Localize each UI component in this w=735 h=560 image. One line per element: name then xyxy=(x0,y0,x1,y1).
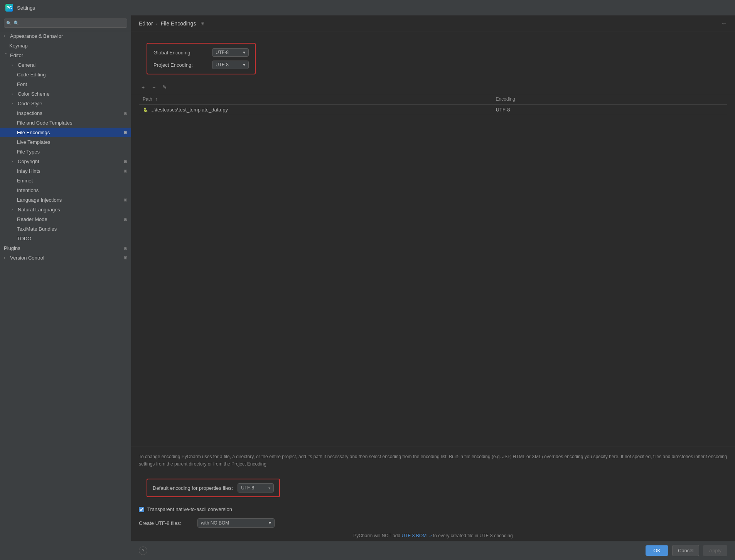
sidebar-item-label: Editor xyxy=(10,52,127,58)
sidebar-item-file-types[interactable]: File Types xyxy=(0,147,131,157)
breadcrumb-separator: › xyxy=(156,21,158,26)
sidebar-item-label: TextMate Bundles xyxy=(17,226,127,232)
sidebar-item-font[interactable]: Font xyxy=(0,79,131,89)
sidebar-item-inlay-hints[interactable]: Inlay Hints ⊞ xyxy=(0,166,131,176)
chevron-icon: › xyxy=(12,207,16,212)
breadcrumb-parent: Editor xyxy=(139,20,153,27)
sidebar-item-live-templates[interactable]: Live Templates xyxy=(0,137,131,147)
sidebar-item-label: Language Injections xyxy=(17,197,124,203)
bom-link[interactable]: UTF-8 BOM ↗ xyxy=(402,533,432,538)
sidebar-item-plugins[interactable]: Plugins ⊞ xyxy=(0,243,131,253)
main-container: 🔍 › Appearance & Behavior Keymap › Edito… xyxy=(0,15,735,560)
sidebar-item-label: Reader Mode xyxy=(17,216,124,222)
settings-icon: ⊞ xyxy=(124,217,127,222)
sidebar-item-keymap[interactable]: Keymap xyxy=(0,41,131,51)
ok-button[interactable]: OK xyxy=(646,545,668,556)
sidebar-item-reader-mode[interactable]: Reader Mode ⊞ xyxy=(0,214,131,224)
sidebar-item-emmet[interactable]: Emmet xyxy=(0,176,131,186)
transparent-native-checkbox[interactable] xyxy=(139,507,144,512)
settings-icon: ⊞ xyxy=(124,255,127,260)
global-encoding-label: Global Encoding: xyxy=(153,50,207,56)
add-button[interactable]: + xyxy=(139,83,147,91)
sidebar-item-natural-languages[interactable]: › Natural Languages xyxy=(0,205,131,214)
edit-button[interactable]: ✎ xyxy=(160,83,169,91)
project-encoding-select[interactable]: UTF-8 UTF-16 ISO-8859-1 ▾ xyxy=(212,61,249,69)
sidebar-item-color-scheme[interactable]: › Color Scheme xyxy=(0,89,131,99)
global-encoding-select[interactable]: UTF-8 UTF-16 ISO-8859-1 ▾ xyxy=(212,48,249,57)
sidebar-item-copyright[interactable]: › Copyright ⊞ xyxy=(0,157,131,166)
transparent-native-row: Transparent native-to-ascii conversion xyxy=(131,503,735,515)
sidebar-item-label: Color Scheme xyxy=(18,91,127,97)
sidebar-item-appearance[interactable]: › Appearance & Behavior xyxy=(0,31,131,41)
sidebar-item-todo[interactable]: TODO xyxy=(0,234,131,243)
back-button[interactable]: ← xyxy=(721,20,727,27)
select-arrow-icon: ▾ xyxy=(269,520,271,526)
chevron-icon: › xyxy=(12,63,16,67)
settings-icon: ⊞ xyxy=(124,111,127,116)
sidebar-item-code-style[interactable]: › Code Style xyxy=(0,99,131,108)
breadcrumb-icon: ⊞ xyxy=(201,21,204,26)
settings-icon: ⊞ xyxy=(124,197,127,202)
sidebar-item-label: Appearance & Behavior xyxy=(10,33,127,39)
path-column-header[interactable]: Path ↑ xyxy=(139,94,492,105)
description-text: To change encoding PyCharm uses for a fi… xyxy=(131,447,735,472)
sidebar-item-label: Code Style xyxy=(18,101,127,106)
sidebar-item-label: Plugins xyxy=(4,245,124,251)
sidebar-item-inspections[interactable]: Inspections ⊞ xyxy=(0,108,131,118)
bottom-bar: ? OK Cancel Apply xyxy=(131,541,735,560)
title-bar: PC Settings xyxy=(0,0,735,15)
sidebar-item-label: File Encodings xyxy=(17,130,124,135)
file-toolbar: + − ✎ xyxy=(131,81,735,94)
apply-button[interactable]: Apply xyxy=(703,545,727,556)
sidebar-item-version-control[interactable]: › Version Control ⊞ xyxy=(0,253,131,263)
sidebar-item-language-injections[interactable]: Language Injections ⊞ xyxy=(0,195,131,205)
remove-button[interactable]: − xyxy=(150,83,158,91)
project-encoding-label: Project Encoding: xyxy=(153,62,207,68)
help-button[interactable]: ? xyxy=(139,547,147,555)
python-file-icon: 🐍 xyxy=(143,107,148,113)
chevron-icon: › xyxy=(4,34,8,38)
bottom-right: OK Cancel Apply xyxy=(646,545,727,556)
search-input[interactable] xyxy=(4,19,127,28)
sidebar-item-label: Keymap xyxy=(9,43,127,49)
sidebar-item-label: File Types xyxy=(17,149,127,155)
sidebar-item-general[interactable]: › General xyxy=(0,60,131,70)
sidebar-item-label: Inlay Hints xyxy=(17,168,124,174)
bottom-left: ? xyxy=(139,547,147,555)
sidebar-item-code-editing[interactable]: Code Editing xyxy=(0,70,131,79)
external-link-icon: ↗ xyxy=(429,534,432,538)
encoding-column-header: Encoding xyxy=(492,94,727,105)
sidebar-item-editor[interactable]: › Editor xyxy=(0,51,131,60)
create-utf8-select[interactable]: with NO BOM ▾ xyxy=(197,518,275,528)
app-title: Settings xyxy=(17,5,35,11)
chevron-icon: › xyxy=(12,92,16,96)
sidebar-item-file-encodings[interactable]: File Encodings ⊞ xyxy=(0,128,131,137)
sidebar: 🔍 › Appearance & Behavior Keymap › Edito… xyxy=(0,15,131,560)
table-row[interactable]: 🐍 ...\testcases\test_template_data.py UT… xyxy=(139,105,727,115)
breadcrumb-current: File Encodings xyxy=(161,20,196,27)
search-icon: 🔍 xyxy=(6,21,12,26)
chevron-icon: › xyxy=(12,101,16,106)
sidebar-item-label: Intentions xyxy=(17,187,127,193)
spacer xyxy=(131,115,735,445)
dropdown-chevron-icon: ▾ xyxy=(243,50,245,55)
sidebar-item-label: TODO xyxy=(17,236,127,241)
cancel-button[interactable]: Cancel xyxy=(672,545,699,556)
sort-icon: ↑ xyxy=(155,96,157,102)
file-encoding-cell: UTF-8 xyxy=(492,105,727,115)
default-encoding-select[interactable]: UTF-8 UTF-16 ISO-8859-1 xyxy=(241,485,266,491)
settings-icon: ⊞ xyxy=(124,159,127,164)
global-encoding-dropdown[interactable]: UTF-8 UTF-16 ISO-8859-1 xyxy=(216,50,241,55)
sidebar-item-file-code-templates[interactable]: File and Code Templates xyxy=(0,118,131,128)
sidebar-item-label: Code Editing xyxy=(17,72,127,78)
settings-icon: ⊞ xyxy=(124,169,127,174)
sidebar-item-label: Emmet xyxy=(17,178,127,184)
sidebar-item-intentions[interactable]: Intentions xyxy=(0,186,131,195)
create-utf8-label: Create UTF-8 files: xyxy=(139,520,193,526)
default-encoding-dropdown[interactable]: UTF-8 UTF-16 ISO-8859-1 ▾ xyxy=(238,483,274,493)
page-icon: ⊞ xyxy=(124,130,127,135)
sidebar-item-label: File and Code Templates xyxy=(17,120,127,126)
sidebar-item-textmate-bundles[interactable]: TextMate Bundles xyxy=(0,224,131,234)
search-bar: 🔍 xyxy=(0,15,131,31)
project-encoding-dropdown[interactable]: UTF-8 UTF-16 ISO-8859-1 xyxy=(216,62,241,67)
